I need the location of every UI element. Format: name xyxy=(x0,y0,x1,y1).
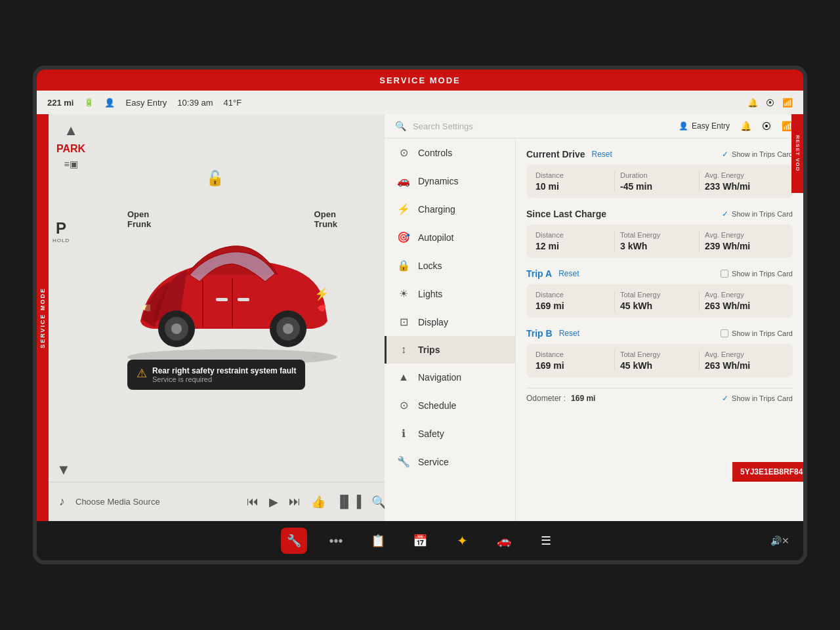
alert-title: Rear right safety restraint system fault xyxy=(152,366,296,375)
thumbs-up-button[interactable]: 👍 xyxy=(311,495,326,509)
since-charge-distance: Distance 12 mi xyxy=(536,231,615,251)
alert-subtitle: Service is required xyxy=(152,375,296,383)
trip-a-show-trips: Show in Trips Card xyxy=(721,270,793,278)
vin-display: 5YJ3E1EB8RF843733 xyxy=(740,467,807,476)
alert-box: ⚠ Rear right safety restraint system fau… xyxy=(127,360,305,390)
trip-b-show-trips: Show in Trips Card xyxy=(721,329,793,337)
since-last-charge-section: Since Last Charge ✓ Show in Trips Card D… xyxy=(526,209,793,258)
person-icon: 👤 xyxy=(104,98,115,108)
signal-icon: 📶 xyxy=(782,98,793,108)
music-note-icon: ♪ xyxy=(59,495,65,509)
menu-item-charging[interactable]: ⚡ Charging xyxy=(385,195,515,223)
park-area: ▲ PARK ≡▣ xyxy=(56,122,85,169)
trip-a-title: Trip A xyxy=(526,268,552,279)
since-charge-avg-energy: Avg. Energy 239 Wh/mi xyxy=(700,231,784,251)
gear-icon: ≡▣ xyxy=(64,159,77,169)
calendar-taskbar-icon[interactable]: 📅 xyxy=(407,528,433,554)
search-bar-actions: 👤 Easy Entry 🔔 ⦿ 📶 xyxy=(679,121,793,131)
checkbox-unchecked-icon-2 xyxy=(721,329,728,337)
bluetooth-icon[interactable]: ⦿ xyxy=(762,121,771,131)
menu-item-trips[interactable]: ↕ Trips xyxy=(385,336,515,364)
current-drive-title: Current Drive xyxy=(526,149,585,159)
checkmark-icon-3: ✓ xyxy=(722,394,728,403)
down-arrow-icon: ▼ xyxy=(56,461,71,478)
info-taskbar-icon[interactable]: 📋 xyxy=(365,528,391,554)
person-icon: 👤 xyxy=(679,121,688,131)
current-drive-distance: Distance 10 mi xyxy=(536,171,615,192)
right-panel: 🔍 Search Settings 👤 Easy Entry 🔔 ⦿ 📶 ⊙ C… xyxy=(385,114,803,521)
trip-b-title: Trip B xyxy=(526,328,553,339)
safety-icon: ℹ xyxy=(397,427,410,440)
next-track-button[interactable]: ⏭ xyxy=(289,495,301,509)
since-last-charge-show-trips: ✓ Show in Trips Card xyxy=(722,209,793,219)
current-drive-header: Current Drive Reset ✓ Show in Trips Card xyxy=(526,149,793,159)
trip-b-stats: Distance 169 mi Total Energy 45 kWh Avg.… xyxy=(526,344,793,377)
service-mode-banner: SERVICE MODE xyxy=(37,70,803,91)
media-controls: ⏮ ▶ ⏭ 👍 ▐▌▐ 🔍 xyxy=(247,495,386,509)
service-bottom-bar: 5YJ3E1EB8RF843733 GTW LOCKED ALERTS TO C… xyxy=(732,462,803,482)
checkmark-icon: ✓ xyxy=(722,150,728,159)
menu-item-service[interactable]: 🔧 Service xyxy=(385,448,515,476)
status-bar: 221 mi 🔋 👤 Easy Entry 10:39 am 41°F 🔔 ⦿ … xyxy=(37,91,803,114)
dynamics-icon: 🚗 xyxy=(397,175,410,187)
search-icon: 🔍 xyxy=(395,121,406,131)
trip-a-reset[interactable]: Reset xyxy=(558,269,579,278)
audio-indicator[interactable]: 🔊✕ xyxy=(766,528,793,554)
lights-icon: ☀ xyxy=(397,287,410,300)
odometer-label: Odometer : xyxy=(526,394,566,403)
trip-b-avg-energy: Avg. Energy 263 Wh/mi xyxy=(700,350,784,371)
menu-item-lights[interactable]: ☀ Lights xyxy=(385,280,515,308)
dots-taskbar-icon[interactable]: ••• xyxy=(323,528,349,554)
time-display: 10:39 am xyxy=(177,98,213,108)
current-drive-reset[interactable]: Reset xyxy=(591,150,612,159)
battery-icon: 🔋 xyxy=(84,98,94,107)
current-drive-avg-energy: Avg. Energy 233 Wh/mi xyxy=(700,171,784,192)
prev-track-button[interactable]: ⏮ xyxy=(247,495,259,509)
menu-item-autopilot[interactable]: 🎯 Autopilot xyxy=(385,223,515,251)
schedule-icon: ⊙ xyxy=(397,399,410,411)
menu-item-safety[interactable]: ℹ Safety xyxy=(385,419,515,448)
svg-rect-9 xyxy=(216,298,228,301)
car-taskbar-icon[interactable]: 🚗 xyxy=(491,528,517,554)
svg-text:⚡: ⚡ xyxy=(314,287,329,301)
menu-item-navigation[interactable]: ▲ Navigation xyxy=(385,364,515,391)
trip-a-distance: Distance 169 mi xyxy=(536,291,615,311)
menu-item-schedule[interactable]: ⊙ Schedule xyxy=(385,391,515,419)
menu-taskbar-icon[interactable]: ☰ xyxy=(533,528,559,554)
equalizer-button[interactable]: ▐▌▐ xyxy=(336,495,361,509)
taskbar: 🔧 ••• 📋 📅 ✦ 🚗 ☰ 🔊✕ xyxy=(37,521,803,560)
search-input[interactable]: Search Settings xyxy=(413,121,473,131)
svg-point-6 xyxy=(283,324,293,334)
menu-item-display[interactable]: ⊡ Display xyxy=(385,308,515,336)
menu-item-controls[interactable]: ⊙ Controls xyxy=(385,138,515,167)
trip-b-header: Trip B Reset Show in Trips Card xyxy=(526,328,793,339)
trip-b-reset[interactable]: Reset xyxy=(559,329,579,338)
trip-a-stats: Distance 169 mi Total Energy 45 kWh Avg.… xyxy=(526,284,793,318)
trip-a-avg-energy: Avg. Energy 263 Wh/mi xyxy=(700,291,784,311)
lock-icon: 🔓 xyxy=(206,170,224,187)
current-drive-show-trips: ✓ Show in Trips Card xyxy=(722,150,793,159)
media-source-label[interactable]: Choose Media Source xyxy=(75,497,160,507)
maps-taskbar-icon[interactable]: ✦ xyxy=(449,528,475,554)
easy-entry-button[interactable]: 👤 Easy Entry xyxy=(679,121,730,131)
up-arrow-icon: ▲ xyxy=(64,122,78,139)
menu-item-dynamics[interactable]: 🚗 Dynamics xyxy=(385,167,515,195)
trip-a-total-energy: Total Energy 45 kWh xyxy=(615,291,700,311)
reset-vod-panel: RESET VOD xyxy=(791,114,803,193)
play-button[interactable]: ▶ xyxy=(269,495,278,509)
bell-icon[interactable]: 🔔 xyxy=(740,121,751,131)
service-icon: 🔧 xyxy=(397,455,410,468)
menu-item-locks[interactable]: 🔒 Locks xyxy=(385,251,515,280)
wrench-taskbar-icon[interactable]: 🔧 xyxy=(281,528,307,554)
search-media-button[interactable]: 🔍 xyxy=(371,495,386,509)
svg-point-3 xyxy=(171,324,182,334)
current-drive-section: Current Drive Reset ✓ Show in Trips Card… xyxy=(526,149,793,198)
trips-icon: ↕ xyxy=(397,344,410,356)
mileage-display: 221 mi xyxy=(47,98,74,108)
since-last-charge-title: Since Last Charge xyxy=(526,209,606,219)
navigation-icon: ▲ xyxy=(397,371,410,383)
screen: SERVICE MODE 221 mi 🔋 👤 Easy Entry 10:39… xyxy=(33,66,807,564)
settings-menu: ⊙ Controls 🚗 Dynamics ⚡ Charging 🎯 Autop… xyxy=(385,138,516,521)
media-bar: ♪ Choose Media Source ⏮ ▶ ⏭ 👍 ▐▌▐ 🔍 xyxy=(49,482,396,521)
trip-a-section: Trip A Reset Show in Trips Card Distance… xyxy=(526,268,793,318)
